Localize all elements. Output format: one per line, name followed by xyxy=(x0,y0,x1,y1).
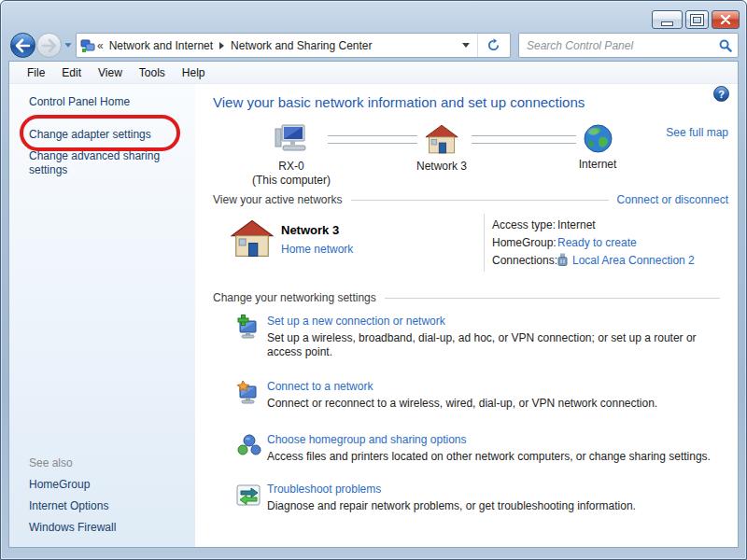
active-networks-label: View your active networks xyxy=(213,193,343,206)
networking-settings-label: Change your networking settings xyxy=(213,291,376,304)
window: « Network and Internet Network and Shari… xyxy=(0,0,747,560)
map-node-computer[interactable]: RX-0 (This computer) xyxy=(249,124,333,188)
sidebar-item-control-panel-home[interactable]: Control Panel Home xyxy=(29,95,130,108)
choose-homegroup-link[interactable]: Choose homegroup and sharing options xyxy=(267,433,466,446)
search-submit[interactable] xyxy=(713,39,738,52)
menu-view[interactable]: View xyxy=(90,66,131,79)
refresh-icon xyxy=(486,38,500,52)
sidebar: Control Panel Home Change adapter settin… xyxy=(9,84,196,547)
connections-label: Connections: xyxy=(492,254,557,267)
home-network-link[interactable]: Home network xyxy=(281,243,353,256)
see-also-label: See also xyxy=(29,456,73,469)
search-input[interactable] xyxy=(519,39,713,52)
maximize-button[interactable] xyxy=(685,10,709,29)
house-icon xyxy=(231,219,274,259)
ethernet-connection-icon xyxy=(557,253,568,267)
map-internet-label: Internet xyxy=(556,158,640,172)
menu-bar: File Edit View Tools Help xyxy=(9,62,738,84)
map-node-network[interactable]: Network 3 xyxy=(400,124,484,174)
troubleshoot-icon[interactable] xyxy=(236,483,261,511)
connect-or-disconnect-link[interactable]: Connect or disconnect xyxy=(617,193,728,206)
detail-row-homegroup: HomeGroup: Ready to create xyxy=(492,233,695,251)
map-computer-label: RX-0 xyxy=(249,160,333,174)
globe-icon xyxy=(584,124,613,153)
task-connect-to-network: Connect to a network Connect or reconnec… xyxy=(236,380,725,411)
menu-edit[interactable]: Edit xyxy=(53,66,90,79)
active-networks-section-header: View your active networks Connect or dis… xyxy=(213,193,728,206)
close-button[interactable] xyxy=(712,10,740,29)
breadcrumb-item-network-and-sharing-center[interactable]: Network and Sharing Center xyxy=(227,39,375,52)
setup-new-connection-link[interactable]: Set up a new connection or network xyxy=(267,315,445,328)
breadcrumb-separator-icon[interactable] xyxy=(219,42,224,49)
close-icon xyxy=(720,15,731,24)
maximize-icon xyxy=(691,15,703,25)
page-title: View your basic network information and … xyxy=(213,94,585,110)
setup-new-connection-description: Set up a wireless, broadband, dial-up, a… xyxy=(267,331,734,359)
homegroup-label: HomeGroup: xyxy=(492,236,557,249)
sidebar-item-internet-options[interactable]: Internet Options xyxy=(29,499,108,512)
search-box[interactable] xyxy=(518,33,739,58)
minimize-button[interactable] xyxy=(652,10,683,29)
section-rule xyxy=(351,200,609,201)
recent-pages-dropdown[interactable] xyxy=(64,43,72,48)
ready-to-create-link[interactable]: Ready to create xyxy=(557,236,637,249)
map-computer-sublabel: (This computer) xyxy=(249,174,333,188)
refresh-button[interactable] xyxy=(480,38,506,52)
task-setup-new-connection: Set up a new connection or network Set u… xyxy=(236,315,725,359)
sidebar-item-change-advanced-sharing-settings[interactable]: Change advanced sharing settings xyxy=(29,149,178,177)
menu-help[interactable]: Help xyxy=(174,66,214,79)
forward-arrow-icon xyxy=(40,38,58,53)
choose-homegroup-description: Access files and printers located on oth… xyxy=(267,450,734,464)
menu-file[interactable]: File xyxy=(19,66,53,79)
detail-row-access-type: Access type: Internet xyxy=(492,216,695,233)
connect-to-network-description: Connect or reconnect to a wireless, wire… xyxy=(267,397,734,411)
computer-icon xyxy=(275,124,308,155)
access-type-value: Internet xyxy=(557,218,596,231)
minimize-icon xyxy=(662,22,672,25)
forward-button[interactable] xyxy=(36,33,62,58)
active-network-divider xyxy=(484,214,485,272)
breadcrumb-item-network-and-internet[interactable]: Network and Internet xyxy=(106,39,217,52)
address-dropdown-icon[interactable] xyxy=(462,43,470,48)
menu-tools[interactable]: Tools xyxy=(131,66,174,79)
breadcrumb-collapse-icon[interactable]: « xyxy=(95,39,106,52)
active-network-name: Network 3 xyxy=(281,223,339,237)
task-troubleshoot-problems: Troubleshoot problems Diagnose and repai… xyxy=(236,483,725,513)
search-icon xyxy=(719,39,732,52)
new-connection-icon[interactable] xyxy=(236,315,261,343)
see-full-map-link[interactable]: See full map xyxy=(666,126,728,139)
map-network-label: Network 3 xyxy=(400,160,484,174)
address-bar[interactable]: « Network and Internet Network and Shari… xyxy=(76,33,511,58)
connect-to-network-link[interactable]: Connect to a network xyxy=(267,380,373,393)
back-button[interactable] xyxy=(10,33,35,58)
connect-to-network-icon[interactable] xyxy=(236,380,261,408)
task-choose-homegroup: Choose homegroup and sharing options Acc… xyxy=(236,433,725,464)
address-divider xyxy=(477,34,478,57)
section-rule xyxy=(385,298,720,299)
help-icon: ? xyxy=(718,89,725,100)
chevron-down-icon xyxy=(64,43,71,48)
window-client-area: File Edit View Tools Help Control Panel … xyxy=(8,61,739,548)
active-network-details: Access type: Internet HomeGroup: Ready t… xyxy=(492,216,695,269)
homegroup-icon[interactable] xyxy=(236,433,261,461)
local-area-connection-link[interactable]: Local Area Connection 2 xyxy=(572,254,695,267)
troubleshoot-problems-link[interactable]: Troubleshoot problems xyxy=(267,483,381,496)
annotation-highlight-circle xyxy=(20,115,180,151)
active-network-icon[interactable] xyxy=(231,219,274,261)
access-type-label: Access type: xyxy=(492,218,557,231)
house-icon xyxy=(425,124,458,155)
network-sharing-center-icon xyxy=(80,38,95,53)
back-arrow-icon xyxy=(14,38,32,53)
help-button[interactable]: ? xyxy=(713,86,729,102)
sidebar-item-windows-firewall[interactable]: Windows Firewall xyxy=(29,521,116,534)
detail-row-connections: Connections: Local Area Connection 2 xyxy=(492,251,695,269)
map-node-internet[interactable]: Internet xyxy=(556,124,640,172)
sidebar-item-homegroup[interactable]: HomeGroup xyxy=(29,478,90,491)
main-panel: ? View your basic network information an… xyxy=(195,84,738,547)
networking-settings-section-header: Change your networking settings xyxy=(213,291,728,304)
troubleshoot-problems-description: Diagnose and repair network problems, or… xyxy=(267,499,734,513)
